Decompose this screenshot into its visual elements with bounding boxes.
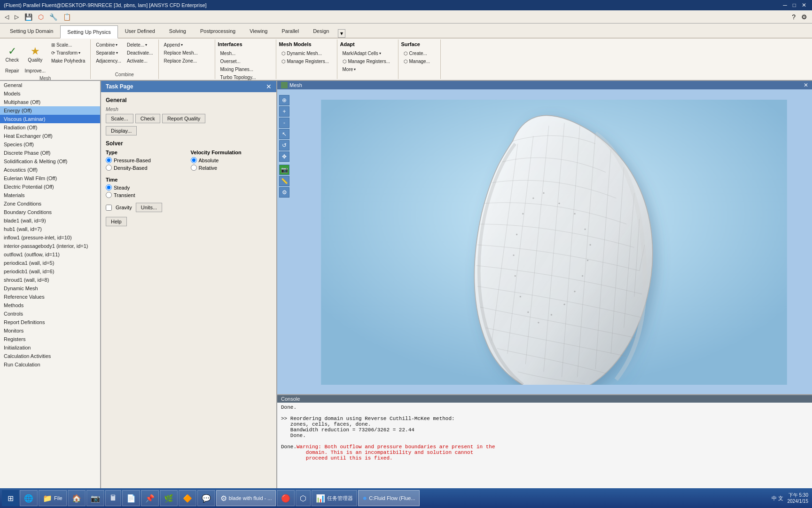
tab-setting-up-domain[interactable]: Setting Up Domain (3, 24, 60, 38)
pressure-based-row[interactable]: Pressure-Based (106, 157, 187, 163)
tab-design[interactable]: Design (306, 24, 336, 38)
check-task-button[interactable]: Check (135, 114, 160, 123)
nav-item-initialization[interactable]: Initialization (0, 343, 100, 352)
nav-item-dynamic-mesh[interactable]: Dynamic Mesh (0, 284, 100, 293)
absolute-row[interactable]: Absolute (191, 157, 272, 163)
maximize-button[interactable]: □ (791, 2, 798, 8)
append-button[interactable]: Append ▾ (162, 41, 200, 48)
taskbar-red[interactable]: 🔴 (277, 490, 295, 506)
nav-item-reference-values[interactable]: Reference Values (0, 293, 100, 301)
units-button[interactable]: Units... (136, 203, 162, 212)
taskbar-chat[interactable]: 💬 (197, 490, 215, 506)
vp-settings-button[interactable]: ⚙ (279, 187, 289, 198)
toolbar-btn1[interactable]: 🔧 (47, 12, 59, 22)
ribbon-toggle-button[interactable]: ▾ (338, 29, 345, 38)
nav-item-models[interactable]: Models (0, 89, 100, 98)
vp-rotate-button[interactable]: ↺ (279, 140, 289, 151)
nav-item-heat-exchanger[interactable]: Heat Exchanger (Off) (0, 132, 100, 140)
taskbar-calc[interactable]: 🖩 (105, 490, 121, 506)
nav-item-eulerian-wall[interactable]: Eulerian Wall Film (Off) (0, 174, 100, 183)
create-surface-button[interactable]: ⬡ Create... (401, 50, 432, 57)
transient-row[interactable]: Transient (106, 192, 272, 198)
mixing-planes-button[interactable]: Mixing Planes... (218, 66, 258, 73)
nav-item-acoustics[interactable]: Acoustics (Off) (0, 166, 100, 174)
nav-item-viscous[interactable]: Viscous (Laminar) (0, 115, 100, 123)
separate-button[interactable]: Separate ▾ (94, 49, 124, 56)
vp-ruler-button[interactable]: 📏 (279, 176, 289, 186)
nav-item-monitors[interactable]: Monitors (0, 326, 100, 335)
relative-row[interactable]: Relative (191, 165, 272, 171)
display-task-button[interactable]: Display... (106, 126, 137, 135)
mesh-interfaces-button[interactable]: Mesh... (218, 50, 258, 57)
gravity-checkbox[interactable] (106, 205, 112, 211)
settings-icon[interactable]: ⚙ (799, 12, 809, 22)
vp-zoom-out-button[interactable]: - (279, 118, 289, 128)
tab-parallel[interactable]: Parallel (274, 24, 306, 38)
manage-surface-button[interactable]: ⬡ Manage... (401, 58, 432, 65)
nav-item-blade1[interactable]: blade1 (wall, id=9) (0, 216, 100, 225)
absolute-label[interactable]: Absolute (199, 158, 219, 163)
more-button[interactable]: More ▾ (340, 66, 393, 73)
taskbar-hex[interactable]: ⬡ (296, 490, 311, 506)
vp-view-button[interactable]: 📷 (279, 165, 289, 175)
density-based-row[interactable]: Density-Based (106, 165, 187, 171)
repair-button[interactable]: Repair (3, 67, 21, 75)
forward-button[interactable]: ▷ (13, 13, 21, 21)
delete-button[interactable]: Delete... ▾ (125, 41, 156, 48)
save-button[interactable]: 💾 (23, 12, 34, 22)
transient-label[interactable]: Transient (114, 192, 135, 198)
nav-item-zone-conditions[interactable]: Zone Conditions (0, 199, 100, 208)
console-content[interactable]: Done. >> Reordering domain using Reverse… (277, 403, 812, 488)
minimize-button[interactable]: ─ (781, 2, 789, 8)
taskbar-pin[interactable]: 📌 (141, 490, 159, 506)
nav-item-report-definitions[interactable]: Report Definitions (0, 318, 100, 326)
taskbar-cfd[interactable]: ● C:Fluid Flow (Flue... (358, 490, 419, 506)
combine-button[interactable]: Combine ▾ (94, 41, 124, 48)
activate-button[interactable]: Activate... (125, 57, 156, 64)
scale-button[interactable]: ⊞ Scale... (49, 41, 87, 48)
dynamic-mesh-button[interactable]: ⬡ Dynamic Mesh... (279, 50, 332, 57)
nav-item-species[interactable]: Species (Off) (0, 140, 100, 149)
taskbar-camera[interactable]: 📷 (86, 490, 104, 506)
pressure-based-label[interactable]: Pressure-Based (114, 158, 151, 163)
taskbar-leaf[interactable]: 🌿 (160, 490, 178, 506)
improve-button[interactable]: Improve... (22, 67, 47, 75)
transient-radio[interactable] (106, 192, 112, 198)
nav-item-discrete-phase[interactable]: Discrete Phase (Off) (0, 149, 100, 157)
help-task-button[interactable]: Help (106, 217, 127, 226)
fluent-icon[interactable]: ⬡ (36, 12, 46, 22)
mark-adapt-button[interactable]: Mark/Adapt Cells ▾ (340, 50, 393, 57)
steady-label[interactable]: Steady (114, 185, 130, 190)
relative-label[interactable]: Relative (199, 165, 218, 171)
tab-user-defined[interactable]: User Defined (118, 24, 162, 38)
nav-item-general[interactable]: General (0, 81, 100, 89)
report-quality-button[interactable]: Report Quality (162, 114, 205, 123)
taskbar-explorer[interactable]: 📁 File (39, 490, 67, 506)
nav-item-hub1[interactable]: hub1 (wall, id=7) (0, 225, 100, 233)
title-bar-controls[interactable]: ─ □ ✕ (781, 2, 808, 8)
adapt-manage-registers-button[interactable]: ⬡ Manage Registers... (340, 58, 393, 65)
steady-row[interactable]: Steady (106, 184, 272, 190)
nav-item-boundary-conditions[interactable]: Boundary Conditions (0, 208, 100, 216)
toolbar-btn2[interactable]: 📋 (61, 12, 73, 22)
viewport-close-button[interactable]: ✕ (804, 82, 808, 88)
tab-solving[interactable]: Solving (162, 24, 193, 38)
taskbar-fluent-app[interactable]: ⚙ blade with fluid - ... (216, 490, 276, 506)
overset-button[interactable]: Overset... (218, 58, 258, 65)
taskbar-task-manager[interactable]: 📊 任务管理器 (312, 490, 357, 506)
taskbar-orange[interactable]: 🔶 (179, 490, 196, 506)
nav-item-controls[interactable]: Controls (0, 310, 100, 318)
density-based-label[interactable]: Density-Based (114, 165, 148, 171)
check-button[interactable]: ✓ Check (3, 41, 21, 66)
nav-item-energy[interactable]: Energy (Off) (0, 106, 100, 115)
vp-fit-button[interactable]: ⊕ (279, 95, 289, 105)
nav-item-periodicb1[interactable]: periodicb1 (wall, id=6) (0, 267, 100, 276)
nav-item-methods[interactable]: Methods (0, 301, 100, 310)
taskbar-home[interactable]: 🏠 (68, 490, 86, 506)
nav-item-multiphase[interactable]: Multiphase (Off) (0, 98, 100, 106)
deactivate-button[interactable]: Deactivate... (125, 49, 156, 56)
pressure-based-radio[interactable] (106, 157, 112, 163)
make-polyhedra-button[interactable]: Make Polyhedra (49, 57, 87, 64)
nav-item-radiation[interactable]: Radiation (Off) (0, 123, 100, 132)
nav-item-electric[interactable]: Electric Potential (Off) (0, 183, 100, 191)
